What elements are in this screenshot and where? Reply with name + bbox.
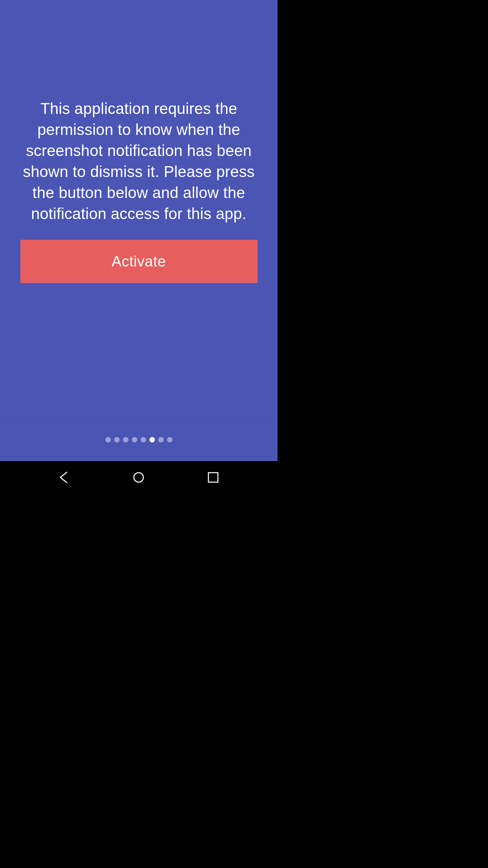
pager-dot	[141, 437, 146, 442]
page-indicator	[0, 418, 278, 461]
pager-dot	[105, 437, 111, 442]
pager-dot	[114, 437, 120, 442]
app-screen: This application requires the permission…	[0, 0, 278, 461]
pager-dot	[158, 437, 164, 442]
pager-dot	[123, 437, 128, 442]
onboarding-content: This application requires the permission…	[0, 0, 278, 418]
pager-dot	[132, 437, 137, 442]
recent-apps-icon[interactable]	[203, 467, 223, 488]
home-icon[interactable]	[128, 467, 149, 488]
svg-point-0	[134, 473, 143, 482]
pager-dot	[167, 437, 172, 442]
back-icon[interactable]	[54, 467, 75, 488]
svg-rect-1	[208, 473, 218, 482]
activate-button[interactable]: Activate	[20, 240, 258, 283]
android-navbar	[0, 461, 278, 494]
permission-description: This application requires the permission…	[20, 98, 257, 224]
pager-dot-active	[149, 437, 155, 442]
